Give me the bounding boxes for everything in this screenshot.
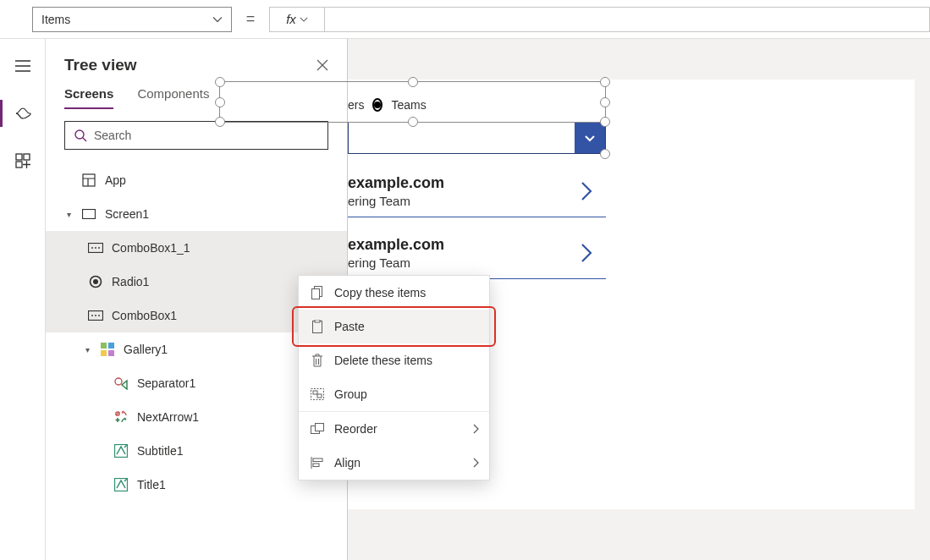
svg-rect-27 [315, 320, 320, 322]
svg-rect-1 [24, 154, 30, 160]
menu-item-reorder[interactable]: Reorder [299, 412, 489, 446]
paste-icon [311, 320, 324, 333]
tree-label: Separator1 [137, 376, 195, 390]
menu-item-paste[interactable]: Paste [299, 310, 489, 343]
gallery-item[interactable]: example.com ering Team [348, 228, 606, 279]
chevron-right-icon [472, 424, 479, 434]
menu-item-copy[interactable]: Copy these items [299, 276, 489, 310]
svg-point-9 [98, 247, 100, 249]
tree-node-combobox1-1[interactable]: ComboBox1_1 [46, 231, 347, 265]
svg-point-15 [98, 315, 100, 316]
svg-rect-34 [313, 464, 319, 467]
chevron-right-icon[interactable] [579, 242, 594, 264]
svg-point-3 [75, 130, 84, 139]
property-dropdown[interactable]: Items [32, 7, 232, 32]
tree-label: App [105, 173, 126, 187]
gallery-item-title: example.com [348, 174, 606, 192]
svg-rect-16 [101, 343, 107, 349]
menu-item-delete[interactable]: Delete these items [299, 343, 489, 377]
resize-handle[interactable] [600, 117, 610, 127]
svg-rect-26 [313, 321, 322, 333]
tree-node-app[interactable]: App [46, 163, 347, 197]
menu-label: Reorder [334, 422, 377, 436]
gallery-icon [100, 342, 115, 357]
gallery-item[interactable]: example.com ering Team [348, 166, 606, 217]
fx-button[interactable]: fx [269, 7, 325, 32]
resize-handle[interactable] [408, 77, 418, 87]
label-icon [113, 477, 129, 492]
reorder-icon [311, 422, 324, 436]
radio-option-partial: ers [348, 98, 364, 112]
separator-icon [113, 376, 129, 391]
tree-search-input[interactable] [94, 129, 319, 142]
tree-label: ComboBox1 [112, 309, 177, 322]
tree-label: Subtitle1 [137, 444, 183, 458]
combobox-chevron-button[interactable] [575, 122, 605, 153]
svg-rect-25 [312, 289, 320, 299]
tree-view-icon[interactable] [14, 105, 31, 122]
fx-label: fx [286, 12, 296, 26]
label-icon [113, 443, 129, 458]
resize-handle[interactable] [408, 117, 418, 127]
svg-rect-19 [108, 350, 114, 356]
menu-label: Group [334, 387, 367, 401]
close-icon[interactable] [316, 59, 328, 71]
caret-down-icon[interactable]: ▾ [64, 210, 73, 219]
tree-label: Screen1 [105, 207, 149, 221]
resize-handle[interactable] [600, 149, 610, 159]
menu-label: Paste [334, 320, 365, 333]
menu-item-align[interactable]: Align [299, 446, 489, 480]
selected-controls-group[interactable]: ers Teams [348, 81, 606, 154]
svg-rect-5 [83, 210, 96, 219]
copy-icon [311, 286, 324, 299]
combobox-field[interactable] [349, 122, 575, 153]
svg-rect-30 [317, 394, 322, 398]
resize-handle[interactable] [600, 77, 610, 87]
svg-rect-33 [313, 458, 322, 462]
caret-down-icon[interactable]: ▾ [83, 345, 91, 354]
combobox-control[interactable] [348, 122, 606, 154]
tree-label: ComboBox1_1 [112, 241, 190, 255]
resize-handle[interactable] [215, 77, 225, 87]
menu-item-group[interactable]: Group [299, 377, 489, 411]
formula-input[interactable] [325, 7, 930, 32]
resize-handle[interactable] [215, 117, 225, 127]
resize-handle[interactable] [600, 97, 610, 107]
svg-point-7 [91, 247, 93, 249]
insert-icon[interactable] [14, 152, 31, 169]
align-icon [311, 456, 324, 469]
chevron-right-icon[interactable] [579, 180, 594, 202]
svg-rect-17 [108, 343, 114, 349]
tree-search[interactable] [64, 121, 328, 150]
tree-view-title: Tree view [64, 56, 137, 74]
svg-rect-2 [16, 162, 22, 167]
context-menu: Copy these items Paste Delete these item… [298, 275, 490, 480]
tab-screens[interactable]: Screens [64, 86, 113, 109]
svg-rect-29 [313, 391, 317, 394]
menu-label: Delete these items [334, 354, 432, 367]
svg-point-11 [93, 279, 98, 284]
combobox-icon [88, 240, 103, 255]
app-icon [81, 173, 96, 188]
svg-point-14 [95, 315, 96, 316]
svg-rect-18 [101, 350, 107, 356]
menu-label: Align [334, 456, 360, 469]
tab-components[interactable]: Components [137, 86, 209, 109]
menu-label: Copy these items [334, 286, 426, 299]
gallery-item-subtitle: ering Team [348, 194, 606, 208]
trash-icon [311, 354, 324, 367]
chevron-right-icon [472, 458, 479, 468]
svg-point-8 [95, 247, 96, 249]
tree-node-screen1[interactable]: ▾ Screen1 [46, 197, 347, 231]
nextarrow-icon [113, 409, 129, 425]
formula-bar: Items = fx [0, 0, 930, 39]
tree-label: Gallery1 [124, 343, 168, 356]
left-rail [0, 39, 46, 560]
combobox-icon [88, 308, 103, 323]
hamburger-icon[interactable] [14, 58, 31, 74]
equals-label: = [232, 10, 269, 28]
resize-handle[interactable] [215, 97, 225, 107]
svg-point-13 [91, 315, 93, 316]
chevron-down-icon [212, 14, 223, 25]
svg-rect-0 [16, 154, 22, 160]
